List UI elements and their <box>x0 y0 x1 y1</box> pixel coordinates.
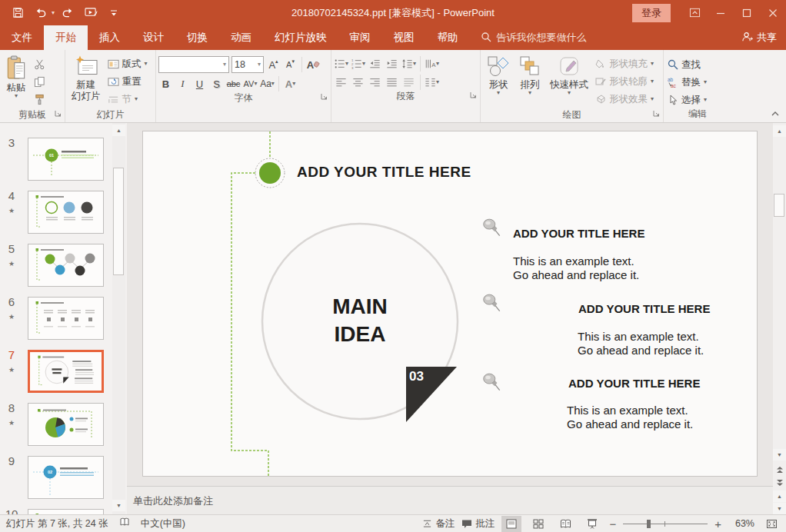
paragraph-dialog-launcher-icon[interactable] <box>470 89 477 101</box>
zoom-in-button[interactable]: + <box>714 517 721 530</box>
section-button[interactable]: 节▾ <box>106 91 149 107</box>
cut-icon[interactable] <box>32 56 47 71</box>
new-slide-button[interactable]: 新建 幻灯片 <box>68 52 105 108</box>
text-direction-button[interactable]: A▾ <box>425 56 439 71</box>
slide-sorter-view-button[interactable] <box>528 516 548 532</box>
fit-slide-to-window-button[interactable] <box>761 516 781 532</box>
notes-toggle-button[interactable]: 备注 <box>422 517 455 530</box>
undo-icon[interactable] <box>31 3 51 23</box>
undo-dropdown-icon[interactable]: ▾ <box>52 9 55 16</box>
maximize-button[interactable] <box>734 0 760 25</box>
notes-placeholder[interactable]: 单击此处添加备注 <box>133 494 213 508</box>
notes-pane[interactable]: 单击此处添加备注 <box>127 486 773 514</box>
zoom-slider[interactable] <box>623 519 708 528</box>
italic-button[interactable]: I <box>175 76 190 91</box>
block3-title[interactable]: ADD YOUR TITLE HERE <box>568 377 700 390</box>
numbering-button[interactable]: 123▾ <box>351 56 365 71</box>
bullets-button[interactable]: ▾ <box>334 56 348 71</box>
font-color-button[interactable]: A▾ <box>283 76 298 91</box>
strikethrough-button[interactable]: abc <box>226 76 241 91</box>
zoom-out-button[interactable]: − <box>609 517 616 530</box>
format-painter-icon[interactable] <box>32 91 47 107</box>
justify-button[interactable] <box>385 75 399 90</box>
shape-effects-button[interactable]: 形状效果▾ <box>594 91 655 107</box>
main-idea-text[interactable]: MAIN IDEA <box>283 293 437 348</box>
layout-button[interactable]: 版式▾ <box>106 56 149 71</box>
line-spacing-button[interactable]: ▾ <box>401 56 416 71</box>
spellcheck-icon[interactable] <box>119 517 130 530</box>
tab-file[interactable]: 文件 <box>0 25 44 50</box>
block1-title[interactable]: ADD YOUR TITLE HERE <box>513 227 644 240</box>
align-left-button[interactable] <box>334 75 348 90</box>
slide-canvas[interactable]: ADD YOUR TITLE HERE MAIN IDEA 03 ADD YOU… <box>142 131 758 477</box>
tell-me-search[interactable]: 告诉我你想要做什么 <box>481 25 587 50</box>
scroll-up-icon[interactable]: ▲ <box>773 125 786 137</box>
bold-button[interactable]: B <box>158 76 173 91</box>
tab-help[interactable]: 帮助 <box>426 25 470 50</box>
decrease-indent-button[interactable] <box>368 56 382 71</box>
scroll-down-icon[interactable]: ▼ <box>773 449 786 461</box>
thumbnail-scroll-down-icon[interactable]: ▼ <box>112 500 125 511</box>
quick-styles-button[interactable]: 快速样式 ▾ <box>546 52 592 108</box>
slide-counter[interactable]: 幻灯片 第 7 张, 共 24 张 <box>6 517 108 530</box>
block2-line1[interactable]: This is an example text. <box>578 330 699 343</box>
tab-insert[interactable]: 插入 <box>88 25 132 50</box>
zoom-slider-thumb[interactable] <box>647 520 651 528</box>
text-shadow-button[interactable]: S <box>209 76 224 91</box>
block3-line2[interactable]: Go ahead and replace it. <box>567 417 693 431</box>
previous-slide-icon[interactable] <box>773 464 786 475</box>
language-indicator[interactable]: 中文(中国) <box>141 517 185 530</box>
block2-title[interactable]: ADD YOUR TITLE HERE <box>578 302 710 315</box>
thumbnail-scroll-thumb[interactable] <box>113 168 124 275</box>
find-button[interactable]: 查找 <box>666 57 729 72</box>
thumbnail-scrollbar[interactable]: ▲ ▼ <box>112 123 125 514</box>
shape-outline-button[interactable]: 形状轮廓▾ <box>594 74 655 89</box>
drawing-dialog-launcher-icon[interactable] <box>653 108 660 120</box>
collapse-ribbon-icon[interactable] <box>771 108 780 119</box>
tab-animations[interactable]: 动画 <box>219 25 263 50</box>
reset-button[interactable]: 重置 <box>106 74 149 89</box>
comments-toggle-button[interactable]: 批注 <box>461 517 495 530</box>
block2-line2[interactable]: Go ahead and replace it. <box>578 344 704 357</box>
align-center-button[interactable] <box>351 75 365 90</box>
copy-icon[interactable] <box>32 74 47 89</box>
ribbon-display-options-icon[interactable] <box>681 0 708 25</box>
paste-button[interactable]: 粘贴 ▾ <box>2 52 30 108</box>
arrange-button[interactable]: 排列 ▾ <box>515 52 545 108</box>
replace-button[interactable]: abac 替换▾ <box>666 75 729 90</box>
underline-button[interactable]: U <box>192 76 207 91</box>
scroll-thumb[interactable] <box>774 194 784 217</box>
main-scrollbar[interactable]: ▲ ▼ ▲ ▼ <box>773 123 786 514</box>
slideshow-view-button[interactable] <box>582 516 602 532</box>
clear-formatting-button[interactable]: A <box>306 57 321 72</box>
minimize-button[interactable] <box>708 0 734 25</box>
select-button[interactable]: 选择▾ <box>666 92 729 108</box>
next-slide-icon[interactable] <box>773 477 786 488</box>
customize-qat-icon[interactable] <box>104 3 124 23</box>
close-button[interactable] <box>760 0 786 25</box>
character-spacing-button[interactable]: AV▾ <box>243 76 258 91</box>
shape-fill-button[interactable]: 形状填充▾ <box>594 56 655 71</box>
tab-review[interactable]: 审阅 <box>338 25 382 50</box>
columns-button[interactable]: ▾ <box>425 75 439 90</box>
font-size-combo[interactable]: 18▾ <box>231 56 264 73</box>
tab-design[interactable]: 设计 <box>132 25 175 50</box>
tab-view[interactable]: 视图 <box>382 25 426 50</box>
tab-slideshow[interactable]: 幻灯片放映 <box>263 25 338 50</box>
notes-scroll-down-icon[interactable]: ▼ <box>773 503 786 514</box>
distribute-text-button[interactable] <box>401 75 416 90</box>
increase-indent-button[interactable] <box>385 56 399 71</box>
grow-font-button[interactable]: A▴ <box>266 57 281 72</box>
clipboard-dialog-launcher-icon[interactable] <box>55 108 62 120</box>
normal-view-button[interactable] <box>501 516 521 532</box>
redo-icon[interactable] <box>58 3 78 23</box>
notes-scroll-up-icon[interactable]: ▲ <box>773 490 786 502</box>
shrink-font-button[interactable]: A▾ <box>283 57 298 72</box>
save-icon[interactable] <box>8 3 28 23</box>
tab-home[interactable]: 开始 <box>44 25 88 50</box>
block1-line1[interactable]: This is an example text. <box>513 254 634 268</box>
font-dialog-launcher-icon[interactable] <box>321 91 328 103</box>
block1-line2[interactable]: Go ahead and replace it. <box>513 268 639 281</box>
tab-transitions[interactable]: 切换 <box>175 25 219 50</box>
paste-dropdown-icon[interactable]: ▾ <box>15 94 18 98</box>
